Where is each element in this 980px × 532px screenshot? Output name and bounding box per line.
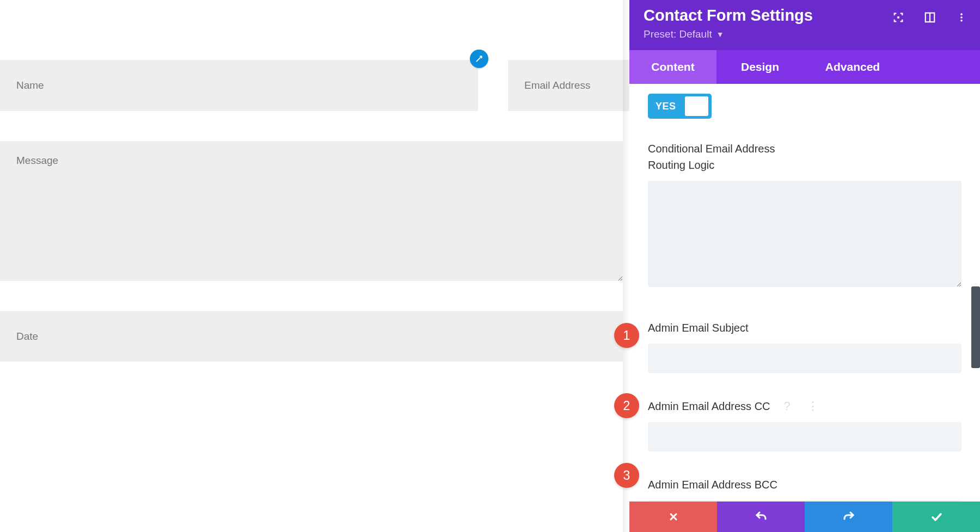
undo-button[interactable] (717, 502, 805, 532)
svg-rect-0 (897, 16, 899, 19)
redo-button[interactable] (805, 502, 892, 532)
yes-toggle[interactable]: YES (648, 94, 712, 119)
panel-body[interactable]: YES Conditional Email Address Routing Lo… (629, 84, 980, 502)
save-button[interactable] (892, 502, 980, 532)
date-field[interactable] (0, 311, 623, 362)
svg-point-3 (960, 13, 963, 15)
edit-field-button[interactable] (470, 50, 488, 68)
tab-advanced[interactable]: Advanced (804, 50, 902, 84)
admin-email-cc-label: Admin Email Address CC (648, 398, 770, 414)
badge-3: 3 (614, 463, 639, 488)
toggle-label: YES (656, 101, 676, 112)
cancel-button[interactable] (629, 502, 717, 532)
badge-2: 2 (614, 393, 639, 418)
conditional-routing-textarea[interactable] (648, 181, 961, 287)
admin-email-bcc-input[interactable] (648, 500, 961, 502)
preset-selector[interactable]: Preset: Default ▼ (644, 28, 724, 40)
tab-design[interactable]: Design (716, 50, 804, 84)
chevron-down-icon: ▼ (716, 30, 724, 39)
svg-point-4 (960, 16, 963, 19)
panel-footer (629, 502, 980, 532)
badge-1: 1 (614, 323, 639, 348)
svg-point-5 (960, 20, 963, 22)
preset-label: Preset: Default (644, 28, 712, 40)
toggle-knob (685, 96, 708, 116)
scrollbar[interactable] (971, 286, 980, 368)
settings-panel: Contact Form Settings Preset: Default ▼ (629, 0, 980, 532)
panel-shadow (623, 0, 629, 532)
admin-email-subject-label: Admin Email Subject (648, 320, 961, 336)
tab-content[interactable]: Content (629, 50, 716, 84)
column-layout-icon[interactable] (923, 11, 936, 24)
admin-email-cc-input[interactable] (648, 422, 961, 451)
admin-email-bcc-label: Admin Email Address BCC (648, 476, 961, 493)
conditional-routing-label: Conditional Email Address Routing Logic (648, 140, 961, 173)
field-options-icon[interactable]: ? ⋮ (784, 399, 825, 413)
message-field[interactable] (0, 141, 623, 281)
more-icon[interactable] (955, 11, 968, 24)
focus-icon[interactable] (892, 11, 905, 24)
panel-header: Contact Form Settings Preset: Default ▼ (629, 0, 980, 50)
panel-tabs: Content Design Advanced (629, 50, 980, 84)
admin-email-subject-input[interactable] (648, 344, 961, 373)
name-field[interactable] (0, 60, 478, 111)
form-preview (0, 0, 623, 532)
